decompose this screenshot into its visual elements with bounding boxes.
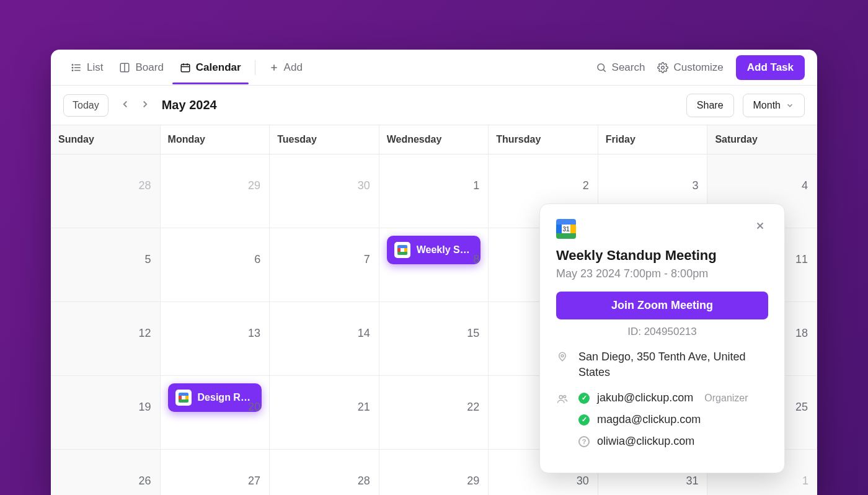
date-number: 29 xyxy=(467,475,479,488)
date-number: 1 xyxy=(473,179,479,192)
svg-point-19 xyxy=(561,355,564,357)
attendee-email: magda@clickup.com xyxy=(597,413,701,426)
date-number: 27 xyxy=(248,475,260,488)
svg-point-14 xyxy=(598,64,604,71)
location-row: San Diego, 350 Tenth Ave, United States xyxy=(556,349,768,380)
organizer-tag: Organizer xyxy=(704,393,748,404)
svg-point-3 xyxy=(72,64,73,65)
plus-icon xyxy=(269,63,279,73)
popover-header xyxy=(556,219,768,239)
date-number: 28 xyxy=(139,179,151,192)
svg-point-4 xyxy=(72,67,73,68)
tab-label: List xyxy=(87,61,103,74)
close-button[interactable] xyxy=(752,219,768,236)
date-number: 28 xyxy=(358,475,370,488)
button-label: Join Zoom Meeting xyxy=(611,299,713,311)
day-header: Thursday xyxy=(489,125,598,154)
calendar-cell[interactable]: 1 xyxy=(379,154,489,228)
button-label: Add Task xyxy=(747,61,794,73)
add-task-button[interactable]: Add Task xyxy=(736,55,805,80)
chevron-down-icon xyxy=(786,101,794,110)
calendar-cell[interactable]: Weekly S… 8 xyxy=(379,228,489,302)
date-number: 2 xyxy=(583,179,589,192)
date-number: 5 xyxy=(145,253,151,266)
tab-list[interactable]: List xyxy=(63,51,110,84)
search-action[interactable]: Search xyxy=(596,61,645,74)
calendar-icon xyxy=(180,62,191,73)
date-number: 20 xyxy=(248,401,260,414)
google-calendar-icon xyxy=(556,219,576,239)
calendar-cell[interactable]: 22 xyxy=(379,376,489,450)
calendar-cell[interactable]: 30 xyxy=(270,154,379,228)
list-icon xyxy=(71,62,82,73)
tab-label: Add xyxy=(284,61,303,74)
attendee-email: jakub@clickup.com xyxy=(597,391,693,404)
prev-month-button[interactable] xyxy=(117,96,133,115)
calendar-cell[interactable]: 27 xyxy=(161,450,270,495)
attendee-row: magda@clickup.com xyxy=(578,413,768,426)
svg-rect-8 xyxy=(181,64,190,71)
people-icon xyxy=(556,393,569,404)
status-accepted-icon xyxy=(578,414,590,426)
join-meeting-button[interactable]: Join Zoom Meeting xyxy=(556,292,768,319)
event-weekly-standup[interactable]: Weekly S… xyxy=(387,236,481,264)
button-label: Month xyxy=(753,100,781,111)
calendar-cell[interactable]: 15 xyxy=(379,302,489,376)
sub-right: Share Month xyxy=(686,94,805,117)
top-actions: Search Customize Add Task xyxy=(596,55,805,80)
location-text: San Diego, 350 Tenth Ave, United States xyxy=(578,349,768,380)
calendar-cell[interactable]: 29 xyxy=(161,154,270,228)
day-header: Friday xyxy=(598,125,708,154)
today-button[interactable]: Today xyxy=(63,94,108,117)
tab-label: Board xyxy=(135,61,163,74)
month-nav xyxy=(117,96,153,115)
date-number: 8 xyxy=(473,253,479,266)
meeting-id: ID: 204950213 xyxy=(556,326,768,338)
calendar-cell[interactable]: 12 xyxy=(51,302,161,376)
date-number: 21 xyxy=(358,401,370,414)
date-number: 30 xyxy=(577,475,589,488)
divider xyxy=(255,60,255,75)
status-accepted-icon xyxy=(578,393,590,404)
calendar-cell[interactable]: 28 xyxy=(51,154,161,228)
date-number: 19 xyxy=(139,401,151,414)
tab-add-view[interactable]: Add xyxy=(262,51,310,84)
calendar-cell[interactable]: 29 xyxy=(379,450,489,495)
event-popover: Weekly Standup Meeting May 23 2024 7:00p… xyxy=(539,203,785,473)
calendar-cell[interactable]: 19 xyxy=(51,376,161,450)
calendar-cell[interactable]: 21 xyxy=(270,376,379,450)
date-number: 30 xyxy=(358,179,370,192)
google-calendar-icon xyxy=(175,390,192,406)
calendar-cell[interactable]: 26 xyxy=(51,450,161,495)
calendar-cell[interactable]: 14 xyxy=(270,302,379,376)
calendar-cell[interactable]: 7 xyxy=(270,228,379,302)
view-mode-select[interactable]: Month xyxy=(743,94,805,117)
svg-point-20 xyxy=(559,396,562,399)
action-label: Search xyxy=(612,61,645,74)
date-number: 7 xyxy=(364,253,370,266)
app-window: List Board Calendar Add xyxy=(51,50,817,495)
svg-point-16 xyxy=(662,66,665,69)
month-title: May 2024 xyxy=(162,98,217,112)
date-number: 6 xyxy=(254,253,260,266)
day-header: Monday xyxy=(161,125,270,154)
svg-line-15 xyxy=(603,69,605,71)
calendar-cell[interactable]: 13 xyxy=(161,302,270,376)
date-number: 12 xyxy=(139,327,151,340)
date-number: 1 xyxy=(802,475,808,488)
calendar-cell[interactable]: 6 xyxy=(161,228,270,302)
next-month-button[interactable] xyxy=(137,96,153,115)
share-button[interactable]: Share xyxy=(686,94,734,117)
calendar-cell[interactable]: Design R… 20 xyxy=(161,376,270,450)
day-header: Tuesday xyxy=(270,125,379,154)
status-pending-icon xyxy=(578,436,590,447)
date-number: 31 xyxy=(686,475,698,488)
tab-calendar[interactable]: Calendar xyxy=(172,51,249,84)
tab-board[interactable]: Board xyxy=(112,51,170,84)
calendar-cell[interactable]: 5 xyxy=(51,228,161,302)
calendar-header: Sunday Monday Tuesday Wednesday Thursday… xyxy=(51,125,817,154)
calendar-cell[interactable]: 28 xyxy=(270,450,379,495)
customize-action[interactable]: Customize xyxy=(657,61,723,74)
date-number: 15 xyxy=(467,327,479,340)
day-header: Wednesday xyxy=(379,125,489,154)
